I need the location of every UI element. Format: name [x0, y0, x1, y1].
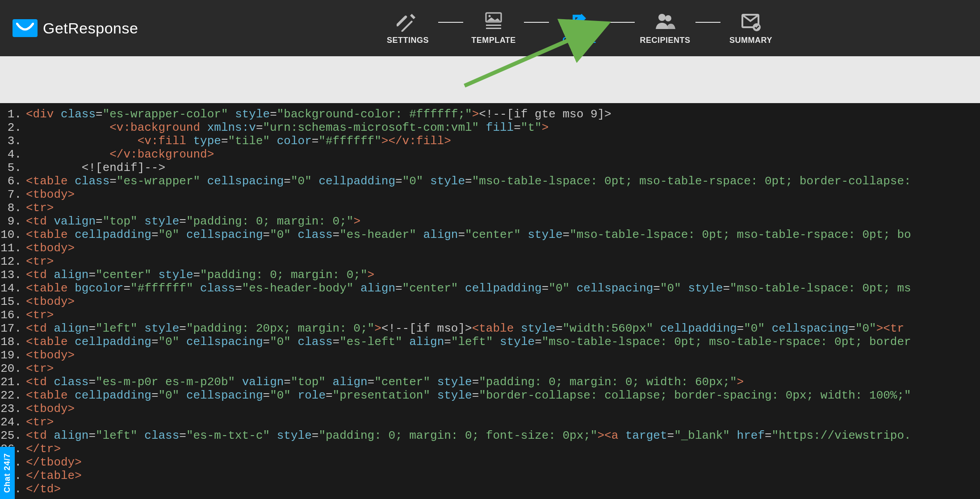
- step-settings[interactable]: SETTINGS: [381, 12, 435, 45]
- settings-icon: [396, 12, 419, 31]
- code-line[interactable]: 9.<td valign="top" style="padding: 0; ma…: [0, 215, 980, 228]
- code-line[interactable]: 2. <v:background xmlns:v="urn:schemas-mi…: [0, 121, 980, 134]
- code-line[interactable]: 6.<table class="es-wrapper" cellspacing=…: [0, 175, 980, 188]
- step-label: CREATE: [562, 36, 596, 45]
- code-content: <v:background xmlns:v="urn:schemas-micro…: [26, 121, 980, 134]
- line-number: 6.: [0, 175, 26, 188]
- step-label: SUMMARY: [729, 36, 772, 45]
- svg-point-6: [658, 14, 666, 21]
- line-number: 18.: [0, 335, 26, 349]
- code-line[interactable]: 10.<table cellpadding="0" cellspacing="0…: [0, 228, 980, 241]
- svg-rect-1: [397, 15, 407, 27]
- svg-rect-5: [486, 28, 501, 29]
- step-summary[interactable]: SUMMARY: [724, 12, 778, 45]
- code-content: </td>: [26, 482, 980, 496]
- code-line[interactable]: 4. </v:background>: [0, 148, 980, 161]
- line-number: 21.: [0, 375, 26, 389]
- line-number: 13.: [0, 268, 26, 282]
- code-line[interactable]: 19.<tbody>: [0, 349, 980, 362]
- code-line[interactable]: 25.<td align="left" class="es-m-txt-c" s…: [0, 429, 980, 442]
- code-line[interactable]: 5. <![endif]-->: [0, 161, 980, 175]
- code-line[interactable]: 20.<tr>: [0, 362, 980, 375]
- code-content: <tr>: [26, 255, 980, 268]
- line-number: 8.: [0, 201, 26, 215]
- svg-rect-4: [486, 25, 501, 26]
- svg-rect-0: [401, 20, 413, 31]
- code-line[interactable]: 21.<td class="es-m-p0r es-m-p20b" valign…: [0, 375, 980, 389]
- code-line[interactable]: 7.<tbody>: [0, 188, 980, 201]
- code-content: </v:background>: [26, 148, 980, 161]
- line-number: 14.: [0, 282, 26, 295]
- code-content: <td align="left" class="es-m-txt-c" styl…: [26, 429, 980, 442]
- line-number: 23.: [0, 402, 26, 416]
- code-content: <table cellpadding="0" cellspacing="0" r…: [26, 389, 980, 402]
- code-content: <tr>: [26, 308, 980, 322]
- code-content: <tr>: [26, 201, 980, 215]
- code-line[interactable]: 18.<table cellpadding="0" cellspacing="0…: [0, 335, 980, 349]
- code-content: <table bgcolor="#ffffff" class="es-heade…: [26, 282, 980, 295]
- step-separator: [524, 22, 549, 23]
- step-label: TEMPLATE: [471, 36, 516, 45]
- code-line[interactable]: 12.<tr>: [0, 255, 980, 268]
- code-content: <tr>: [26, 362, 980, 375]
- code-line[interactable]: 22.<table cellpadding="0" cellspacing="0…: [0, 389, 980, 402]
- svg-point-9: [753, 23, 761, 31]
- brand-logo-icon: [13, 19, 38, 37]
- summary-icon: [739, 12, 762, 31]
- code-content: <tr>: [26, 416, 980, 429]
- step-separator: [610, 22, 635, 23]
- code-content: <![endif]-->: [26, 161, 980, 175]
- code-line[interactable]: 17.<td align="left" style="padding: 20px…: [0, 322, 980, 335]
- code-line[interactable]: 1.<div class="es-wrapper-color" style="b…: [0, 108, 980, 121]
- line-number: 12.: [0, 255, 26, 268]
- line-number: 17.: [0, 322, 26, 335]
- code-content: </table>: [26, 469, 980, 482]
- code-line[interactable]: 27.</tbody>: [0, 456, 980, 469]
- code-content: <tbody>: [26, 188, 980, 201]
- line-number: 9.: [0, 215, 26, 228]
- line-number: 4.: [0, 148, 26, 161]
- recipients-icon: [653, 12, 677, 31]
- code-line[interactable]: 15.<tbody>: [0, 295, 980, 308]
- code-line[interactable]: 8.<tr>: [0, 201, 980, 215]
- toolbar-strip: [0, 56, 980, 103]
- brand-logo[interactable]: GetResponse: [13, 19, 138, 37]
- line-number: 16.: [0, 308, 26, 322]
- line-number: 19.: [0, 349, 26, 362]
- code-line[interactable]: 14.<table bgcolor="#ffffff" class="es-he…: [0, 282, 980, 295]
- code-content: <div class="es-wrapper-color" style="bac…: [26, 108, 980, 121]
- code-content: <tbody>: [26, 241, 980, 255]
- step-recipients[interactable]: RECIPIENTS: [638, 12, 692, 45]
- code-content: <td align="center" style="padding: 0; ma…: [26, 268, 980, 282]
- line-number: 3.: [0, 134, 26, 148]
- step-label: RECIPIENTS: [640, 36, 690, 45]
- step-template[interactable]: TEMPLATE: [467, 12, 520, 45]
- line-number: 25.: [0, 429, 26, 442]
- code-content: <v:fill type="tile" color="#ffffff"></v:…: [26, 134, 980, 148]
- code-content: <tbody>: [26, 295, 980, 308]
- line-number: 1.: [0, 108, 26, 121]
- code-line[interactable]: 16.<tr>: [0, 308, 980, 322]
- chat-tab[interactable]: Chat 24/7: [0, 447, 15, 499]
- code-line[interactable]: 3. <v:fill type="tile" color="#ffffff"><…: [0, 134, 980, 148]
- step-separator: [438, 22, 463, 23]
- line-number: 2.: [0, 121, 26, 134]
- code-line[interactable]: 23.<tbody>: [0, 402, 980, 416]
- code-line[interactable]: 13.<td align="center" style="padding: 0;…: [0, 268, 980, 282]
- code-line[interactable]: 28.</table>: [0, 469, 980, 482]
- line-number: 7.: [0, 188, 26, 201]
- step-separator: [695, 22, 720, 23]
- code-content: <td class="es-m-p0r es-m-p20b" valign="t…: [26, 375, 980, 389]
- code-content: <tbody>: [26, 349, 980, 362]
- code-editor[interactable]: 1.<div class="es-wrapper-color" style="b…: [0, 103, 980, 499]
- line-number: 24.: [0, 416, 26, 429]
- code-line[interactable]: 26.</tr>: [0, 442, 980, 456]
- step-create[interactable]: CREATE: [553, 12, 606, 45]
- code-content: <table cellpadding="0" cellspacing="0" c…: [26, 228, 980, 241]
- code-line[interactable]: 29.</td>: [0, 482, 980, 496]
- code-line[interactable]: 24.<tr>: [0, 416, 980, 429]
- create-icon: [568, 12, 591, 31]
- code-content: <td valign="top" style="padding: 0; marg…: [26, 215, 980, 228]
- line-number: 10.: [0, 228, 26, 241]
- code-line[interactable]: 11.<tbody>: [0, 241, 980, 255]
